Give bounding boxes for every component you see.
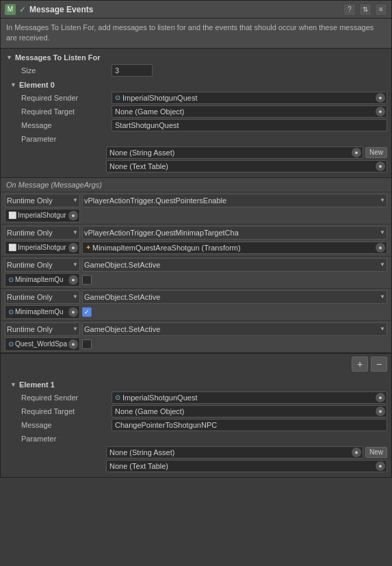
event2-obj-circle-btn[interactable]: ● bbox=[68, 275, 78, 285]
event1-second-text: MinimapItemQuestAreaShotgun (Transform) bbox=[92, 244, 374, 252]
add-event-button[interactable]: + bbox=[352, 357, 368, 372]
event0-obj-circle-btn[interactable]: ● bbox=[68, 211, 78, 220]
remove-event-button[interactable]: − bbox=[371, 357, 387, 372]
element1-target-field[interactable]: None (Game Object) ● bbox=[112, 405, 387, 417]
element1-sender-field[interactable]: ⊙ ImperialShotgunQuest ● bbox=[112, 391, 387, 404]
element0-target-text: None (Game Object) bbox=[115, 107, 374, 116]
event0-obj-field[interactable]: ⬜ ImperialShotgur ● bbox=[5, 209, 80, 222]
event1-second-circle-btn[interactable]: ● bbox=[376, 243, 385, 253]
event4-action-dropdown[interactable]: GameObject.SetActive ▼ bbox=[82, 322, 387, 336]
event4-obj-text: Quest_WorldSpa bbox=[15, 340, 67, 348]
on-message-header: On Message (MessageArgs) bbox=[1, 178, 391, 192]
element0-message-input[interactable] bbox=[112, 119, 387, 131]
event3-obj-circle-btn[interactable]: ● bbox=[68, 307, 78, 317]
element1-triangle-icon: ▼ bbox=[10, 381, 16, 388]
element1-target-value: None (Game Object) ● bbox=[112, 405, 387, 417]
event3-action-dropdown[interactable]: GameObject.SetActive ▼ bbox=[82, 290, 387, 304]
element1-param2-text: None (Text Table) bbox=[109, 462, 374, 470]
element0-target-circle-btn[interactable]: ● bbox=[376, 107, 385, 116]
message-events-window: M ✓ Message Events ? ⇅ ≡ In Messages To … bbox=[0, 0, 392, 478]
element1-container: ▼ Element 1 Required Sender ⊙ ImperialSh… bbox=[5, 377, 387, 474]
element0-param1-circle-btn[interactable]: ● bbox=[352, 148, 361, 157]
element1-param1-field[interactable]: None (String Asset) ● bbox=[106, 446, 363, 459]
event2-mode-dropdown[interactable]: Runtime Only ▼ bbox=[5, 258, 80, 272]
element0-parameter-row: Parameter bbox=[5, 132, 387, 146]
event0-mode-arrow-icon: ▼ bbox=[73, 197, 78, 203]
actions-row: + − bbox=[1, 353, 391, 374]
event-row-0: Runtime Only ▼ vPlayerActionTrigger.Ques… bbox=[1, 192, 391, 224]
event1-action-dropdown[interactable]: vPlayerActionTrigger.QuestMinimapTargetC… bbox=[82, 226, 387, 240]
event2-obj-text: MinimapItemQu bbox=[15, 276, 67, 283]
element1-message-input[interactable] bbox=[112, 419, 387, 431]
element0-sender-label: Required Sender bbox=[16, 94, 112, 102]
event-row-4: Runtime Only ▼ GameObject.SetActive ▼ ⊙ … bbox=[1, 320, 391, 352]
event0-obj-text: ImperialShotgur bbox=[18, 211, 67, 219]
element0-param2-field[interactable]: None (Text Table) ● bbox=[106, 160, 387, 172]
element1-param2-circle-btn[interactable]: ● bbox=[376, 461, 385, 471]
element0-param1-new-button[interactable]: New bbox=[365, 147, 387, 158]
settings-button[interactable]: ⇅ bbox=[359, 3, 371, 16]
element1-param2-field[interactable]: None (Text Table) ● bbox=[106, 460, 387, 472]
event4-obj-circle-btn[interactable]: ● bbox=[68, 339, 78, 349]
size-value-container bbox=[112, 64, 387, 77]
title-bar: M ✓ Message Events ? ⇅ ≡ bbox=[1, 1, 391, 18]
element0-param2-text: None (Text Table) bbox=[109, 162, 374, 170]
event3-mode-text: Runtime Only bbox=[7, 293, 53, 301]
messages-section-header[interactable]: ▼ Messages To Listen For bbox=[5, 51, 387, 64]
event4-obj-field[interactable]: ⊙ Quest_WorldSpa ● bbox=[5, 337, 80, 351]
element1-parameter-label: Parameter bbox=[16, 435, 112, 443]
element1-param2-row: None (Text Table) ● bbox=[5, 459, 387, 473]
element1-section: ▼ Element 1 Required Sender ⊙ ImperialSh… bbox=[1, 374, 391, 477]
event1-obj-field[interactable]: ⬜ ImperialShotgur ● bbox=[5, 241, 80, 255]
size-row: Size bbox=[5, 64, 387, 77]
element1-target-text: None (Game Object) bbox=[115, 407, 374, 415]
element0-sender-field[interactable]: ⊙ ImperialShotgunQuest ● bbox=[112, 92, 387, 104]
event3-checkbox[interactable]: ✓ bbox=[82, 307, 92, 317]
event4-action-text: GameObject.SetActive bbox=[84, 325, 160, 333]
event0-action-dropdown[interactable]: vPlayerActionTrigger.QuestPointersEnable… bbox=[82, 194, 387, 207]
event-row-1-top: Runtime Only ▼ vPlayerActionTrigger.Ques… bbox=[5, 226, 387, 240]
event3-mode-dropdown[interactable]: Runtime Only ▼ bbox=[5, 290, 80, 304]
element0-target-field[interactable]: None (Game Object) ● bbox=[112, 105, 387, 118]
element0-param2-circle-btn[interactable]: ● bbox=[376, 162, 385, 171]
event1-second-field[interactable]: ✦ MinimapItemQuestAreaShotgun (Transform… bbox=[82, 242, 387, 254]
element1-param1-new-button[interactable]: New bbox=[365, 447, 387, 458]
event4-mode-dropdown[interactable]: Runtime Only ▼ bbox=[5, 322, 80, 336]
event0-mode-dropdown[interactable]: Runtime Only ▼ bbox=[5, 194, 80, 207]
event4-action-arrow-icon: ▼ bbox=[380, 326, 385, 332]
event3-obj-field[interactable]: ⊙ MinimapItemQu ● bbox=[5, 305, 80, 319]
element1-sender-circle-btn[interactable]: ● bbox=[376, 393, 385, 402]
element0-param1-field[interactable]: None (String Asset) ● bbox=[106, 146, 363, 159]
event-row-1: Runtime Only ▼ vPlayerActionTrigger.Ques… bbox=[1, 224, 391, 256]
element0-sender-text: ImperialShotgunQuest bbox=[122, 94, 374, 102]
event1-obj-icon: ⬜ bbox=[8, 244, 16, 251]
event1-mode-dropdown[interactable]: Runtime Only ▼ bbox=[5, 226, 80, 240]
element1-target-circle-btn[interactable]: ● bbox=[376, 407, 385, 416]
messages-section-label: Messages To Listen For bbox=[15, 53, 101, 62]
element1-param1-circle-btn[interactable]: ● bbox=[352, 448, 361, 457]
event0-action-text: vPlayerActionTrigger.QuestPointersEnable bbox=[84, 196, 226, 205]
element1-sender-icon: ⊙ bbox=[115, 394, 120, 401]
element1-message-value bbox=[112, 419, 387, 431]
event1-obj-circle-btn[interactable]: ● bbox=[68, 243, 78, 253]
element1-param1-row: None (String Asset) ● New bbox=[5, 446, 387, 459]
event-row-4-top: Runtime Only ▼ GameObject.SetActive ▼ bbox=[5, 322, 387, 336]
event2-obj-field[interactable]: ⊙ MinimapItemQu ● bbox=[5, 273, 80, 287]
event-row-3-bottom: ⊙ MinimapItemQu ● ✓ bbox=[5, 304, 387, 319]
menu-button[interactable]: ≡ bbox=[375, 3, 387, 16]
event4-checkbox[interactable] bbox=[82, 339, 92, 349]
help-button[interactable]: ? bbox=[343, 3, 356, 16]
element0-header[interactable]: ▼ Element 0 bbox=[5, 79, 387, 91]
event2-action-dropdown[interactable]: GameObject.SetActive ▼ bbox=[82, 258, 387, 272]
element1-header[interactable]: ▼ Element 1 bbox=[5, 378, 387, 391]
element0-message-value bbox=[112, 119, 387, 131]
event3-mode-arrow-icon: ▼ bbox=[73, 294, 78, 300]
event0-mode-text: Runtime Only bbox=[7, 196, 53, 205]
event0-obj-icon: ⬜ bbox=[8, 211, 16, 219]
element0-sender-row: Required Sender ⊙ ImperialShotgunQuest ● bbox=[5, 91, 387, 105]
event2-checkbox[interactable] bbox=[82, 275, 92, 285]
element0-sender-circle-btn[interactable]: ● bbox=[376, 93, 385, 103]
size-input[interactable] bbox=[112, 64, 153, 77]
element1-parameter-row: Parameter bbox=[5, 432, 387, 446]
event3-obj-icon: ⊙ bbox=[8, 308, 14, 316]
